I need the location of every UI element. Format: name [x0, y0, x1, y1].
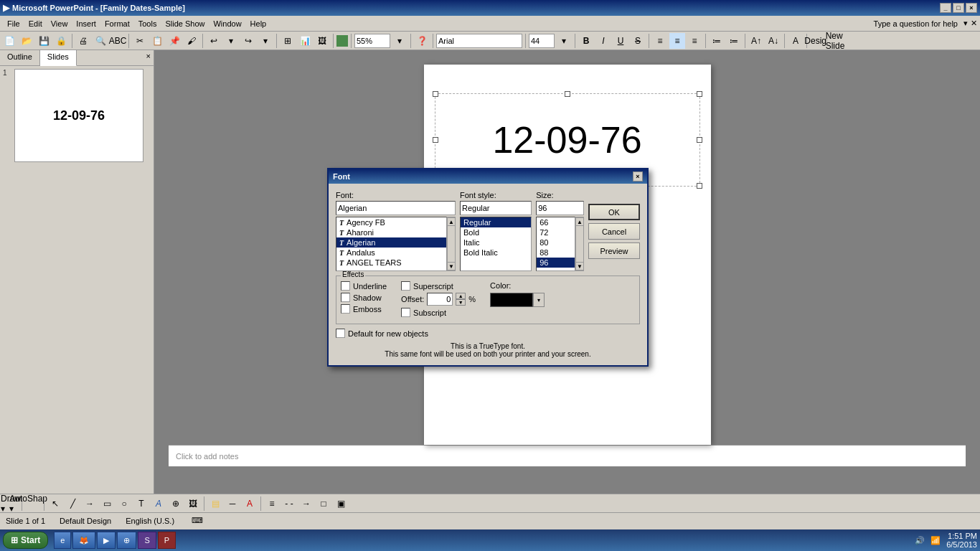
- menu-file[interactable]: File: [3, 18, 24, 29]
- line-color-button[interactable]: ─: [225, 496, 240, 512]
- zoom-input[interactable]: [354, 34, 390, 48]
- style-item-italic[interactable]: Italic: [461, 237, 531, 248]
- default-checkbox[interactable]: [336, 329, 345, 338]
- save-button[interactable]: 💾: [36, 33, 52, 49]
- notes-area[interactable]: Click to add notes: [169, 445, 966, 466]
- superscript-checkbox[interactable]: [401, 281, 410, 291]
- font-item-andalus[interactable]: T Andalus: [336, 248, 446, 258]
- size-listbox[interactable]: 66 72 80 88 96: [536, 217, 575, 271]
- insert-table-button[interactable]: ⊞: [280, 33, 296, 49]
- slide-thumbnail-1[interactable]: 1 12-09-76: [3, 69, 151, 162]
- handle-tm[interactable]: [565, 91, 570, 97]
- menu-edit[interactable]: Edit: [24, 18, 47, 29]
- zoom-dropdown[interactable]: ▾: [392, 33, 407, 49]
- font-size-input[interactable]: [529, 34, 555, 48]
- handle-ml[interactable]: [433, 137, 438, 143]
- style-item-bolditalic[interactable]: Bold Italic: [461, 248, 531, 258]
- italic-button[interactable]: I: [595, 33, 611, 49]
- close-panel-button[interactable]: ×: [143, 50, 154, 65]
- start-button[interactable]: ⊞ Start: [3, 532, 48, 549]
- taskbar-firefox[interactable]: 🦊: [72, 532, 95, 549]
- handle-tr[interactable]: [697, 91, 702, 97]
- oval-tool[interactable]: ○: [116, 496, 132, 512]
- design-button[interactable]: Design: [810, 33, 826, 49]
- align-center-button[interactable]: ≡: [669, 33, 685, 49]
- taskbar-ie[interactable]: e: [54, 532, 71, 549]
- paste-button[interactable]: 📌: [166, 33, 182, 49]
- align-left-button[interactable]: ≡: [652, 33, 668, 49]
- menu-help[interactable]: Help: [246, 18, 271, 29]
- underline-checkbox[interactable]: [341, 281, 350, 291]
- taskbar-app1[interactable]: ⊕: [117, 532, 136, 549]
- size-item-72[interactable]: 72: [537, 227, 575, 237]
- bullets-button[interactable]: ≔: [709, 33, 725, 49]
- offset-up[interactable]: ▲: [456, 293, 466, 299]
- font-item-agencyfb[interactable]: T Agency FB: [336, 217, 446, 227]
- font-listbox[interactable]: T Agency FB T Aharoni T Algerian T: [336, 217, 447, 271]
- handle-tl[interactable]: [433, 91, 438, 97]
- font-color-tool[interactable]: A: [242, 496, 258, 512]
- slide-preview[interactable]: 12-09-76: [14, 69, 143, 162]
- size-scrollbar[interactable]: ▲ ▼: [575, 217, 584, 271]
- insert-chart-button[interactable]: 📊: [297, 33, 313, 49]
- font-scrollbar[interactable]: ▲ ▼: [447, 217, 456, 271]
- handle-br[interactable]: [697, 183, 702, 189]
- wordart-tool[interactable]: A: [151, 496, 166, 512]
- font-name-field[interactable]: [336, 201, 456, 215]
- minimize-button[interactable]: _: [940, 3, 951, 13]
- insert-diagram[interactable]: ⊕: [168, 496, 184, 512]
- menu-close-icon[interactable]: ✕: [971, 19, 977, 28]
- underline-button[interactable]: U: [613, 33, 628, 49]
- taskbar-app2[interactable]: S: [138, 532, 156, 549]
- numbering-button[interactable]: ≔: [726, 33, 742, 49]
- style-listbox[interactable]: Regular Bold Italic Bold Italic: [460, 217, 532, 271]
- scroll-up[interactable]: ▲: [447, 217, 456, 226]
- cut-button[interactable]: ✂: [132, 33, 148, 49]
- fill-color-button[interactable]: ▤: [207, 496, 223, 512]
- 3d-button[interactable]: ▣: [333, 496, 349, 512]
- textbox-tool[interactable]: T: [133, 496, 149, 512]
- font-item-aharoni[interactable]: T Aharoni: [336, 227, 446, 237]
- preview-button[interactable]: 🔍: [93, 33, 108, 49]
- style-item-regular[interactable]: Regular: [461, 217, 531, 227]
- spell-button[interactable]: ABC: [110, 33, 126, 49]
- size-item-80[interactable]: 80: [537, 237, 575, 248]
- rect-tool[interactable]: ▭: [99, 496, 115, 512]
- menu-window[interactable]: Window: [209, 18, 245, 29]
- color-dropdown-button[interactable]: ▾: [533, 293, 545, 307]
- taskbar-media[interactable]: ▶: [97, 532, 116, 549]
- menu-view[interactable]: View: [47, 18, 72, 29]
- menu-tools[interactable]: Tools: [134, 18, 161, 29]
- size-item-66[interactable]: 66: [537, 217, 575, 227]
- copy-button[interactable]: 📋: [149, 33, 165, 49]
- menu-insert[interactable]: Insert: [72, 18, 100, 29]
- scroll-down[interactable]: ▼: [447, 262, 456, 270]
- permission-button[interactable]: 🔒: [53, 33, 69, 49]
- insert-clipart[interactable]: 🖼: [185, 496, 201, 512]
- line-tool[interactable]: ╱: [65, 496, 80, 512]
- shadow-button[interactable]: □: [316, 496, 331, 512]
- font-size-dropdown[interactable]: ▾: [556, 33, 572, 49]
- handle-mr[interactable]: [697, 137, 702, 143]
- size-item-88[interactable]: 88: [537, 248, 575, 258]
- font-item-algerian[interactable]: T Algerian: [336, 237, 446, 248]
- print-button[interactable]: 🖨: [75, 33, 91, 49]
- cancel-button[interactable]: Cancel: [588, 223, 640, 240]
- insert-pic-button[interactable]: 🖼: [314, 33, 330, 49]
- open-button[interactable]: 📂: [19, 33, 34, 49]
- arrow-tool[interactable]: →: [82, 496, 98, 512]
- subscript-checkbox[interactable]: [401, 308, 410, 317]
- size-item-96[interactable]: 96: [537, 258, 575, 268]
- volume-icon[interactable]: 🔊: [915, 536, 925, 545]
- redo-dropdown[interactable]: ▾: [258, 33, 273, 49]
- bold-button[interactable]: B: [578, 33, 594, 49]
- menu-format[interactable]: Format: [100, 18, 134, 29]
- strikethrough-button[interactable]: S: [630, 33, 646, 49]
- size-scroll-up[interactable]: ▲: [575, 217, 584, 226]
- undo-button[interactable]: ↩: [206, 33, 222, 49]
- help-search-icon[interactable]: ▾: [963, 19, 968, 28]
- new-slide-button[interactable]: New Slide: [827, 33, 843, 49]
- help-button[interactable]: ❓: [414, 33, 430, 49]
- taskbar-ppt[interactable]: P: [158, 532, 176, 549]
- font-style-field[interactable]: [460, 201, 532, 215]
